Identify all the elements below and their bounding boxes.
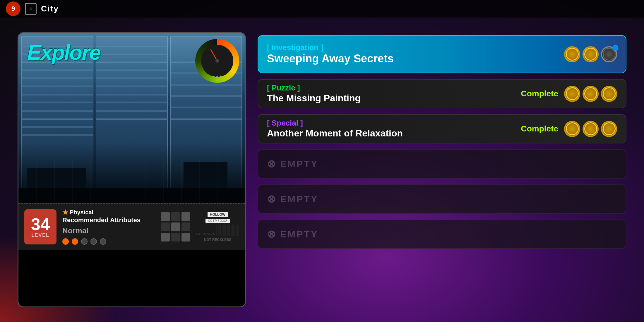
empty-label-1: EMPTY <box>280 159 318 169</box>
grid-cell-1 <box>161 212 170 221</box>
quest-text-3: [ Special ] Another Moment of Relaxation <box>267 119 521 139</box>
quest-item-puzzle[interactable]: [ Puzzle ] The Missing Painting Complete <box>258 79 626 108</box>
quest-coins-2 <box>564 86 617 102</box>
main-layout: Explore ▲▲▲ 34 LEVEL <box>0 18 644 322</box>
gauge: ▲▲▲ <box>195 39 239 83</box>
dot-5 <box>100 238 106 245</box>
empty-label-2: EMPTY <box>280 194 318 205</box>
grid-cell-9 <box>181 233 190 242</box>
quest-text-1: [ Investigation ] Sweeping Away Secrets <box>267 43 564 66</box>
complete-badge-special: Complete <box>521 124 558 133</box>
quest-name-investigation: Sweeping Away Secrets <box>267 52 564 66</box>
coin-3c <box>601 121 617 137</box>
dot-1 <box>62 238 69 245</box>
explore-image: Explore ▲▲▲ <box>18 33 245 203</box>
coin-3b <box>583 121 599 137</box>
level-text: LEVEL <box>31 233 49 238</box>
grid-cell-4 <box>161 222 170 231</box>
quest-coins-1 <box>564 46 617 62</box>
card-info: ★ Physical Recommended Attributes Normal <box>62 209 155 245</box>
empty-x-1: ⊗ <box>267 158 276 170</box>
be-brave: BE BRAVE <box>196 232 215 236</box>
grid-icon <box>161 212 190 242</box>
nav-dot <box>612 45 618 51</box>
top-bar: 9 ≡ City <box>0 0 644 18</box>
quest-tag-investigation: [ Investigation ] <box>267 43 323 52</box>
gauge-outer: ▲▲▲ <box>195 39 239 83</box>
coin-2c <box>601 86 617 102</box>
barcode-area: HOLLOW XX-1746-XX38 BE BRAVE <box>196 212 239 242</box>
empty-x-3: ⊗ <box>267 228 276 240</box>
level-number: 34 <box>31 216 50 233</box>
quest-coins-3 <box>564 121 617 137</box>
explore-card[interactable]: Explore ▲▲▲ 34 LEVEL <box>18 32 246 307</box>
gauge-inner: ▲▲▲ <box>201 45 233 77</box>
quest-tag-special: [ Special ] <box>267 119 303 127</box>
quest-list: [ Investigation ] Sweeping Away Secrets … <box>258 32 626 307</box>
gauge-center-dot <box>215 59 219 63</box>
back-icon[interactable]: 9 <box>6 1 20 16</box>
grid-cell-3 <box>181 212 190 221</box>
not-reckless: NOT RECKLESS <box>204 238 231 242</box>
barcode <box>216 225 239 236</box>
card-bottom: 34 LEVEL ★ Physical Recommended Attribut… <box>18 203 245 250</box>
gauge-label: ▲▲▲ <box>213 74 222 78</box>
quest-tag-puzzle: [ Puzzle ] <box>267 83 300 92</box>
empty-x-2: ⊗ <box>267 193 276 205</box>
difficulty-text: Normal <box>62 226 155 235</box>
coin-3a <box>564 121 580 137</box>
grid-cell-2 <box>171 212 180 221</box>
hollow-tag: HOLLOW <box>208 212 228 217</box>
dot-2 <box>72 238 78 245</box>
explore-title: Explore <box>27 40 100 64</box>
complete-badge-puzzle: Complete <box>521 89 558 98</box>
physical-label: Physical <box>70 209 93 216</box>
empty-label-3: EMPTY <box>280 229 318 240</box>
city-label: City <box>41 4 59 13</box>
level-box: 34 LEVEL <box>24 209 56 244</box>
dots-row <box>62 238 155 245</box>
quest-item-empty-1[interactable]: ⊗ EMPTY <box>258 149 626 179</box>
grid-cell-8 <box>171 233 180 242</box>
grid-cell-5 <box>171 222 180 231</box>
coin-1a <box>564 46 580 62</box>
quest-item-empty-2[interactable]: ⊗ EMPTY <box>258 184 626 214</box>
grid-cell-7 <box>161 233 170 242</box>
menu-icon[interactable]: ≡ <box>25 3 37 15</box>
recommended-attr: Recommended Attributes <box>62 216 155 224</box>
coin-1b <box>583 46 599 62</box>
star-icon: ★ <box>62 209 68 216</box>
grid-cell-6 <box>181 222 190 231</box>
coin-2b <box>583 86 599 102</box>
quest-name-puzzle: The Missing Painting <box>267 93 521 104</box>
coin-1c <box>601 46 617 62</box>
serial-tag: XX-1746-XX38 <box>205 219 230 223</box>
physical-badge: ★ Physical <box>62 209 155 216</box>
quest-name-special: Another Moment of Relaxation <box>267 128 521 139</box>
dot-4 <box>90 238 97 245</box>
quest-text-2: [ Puzzle ] The Missing Painting <box>267 83 521 104</box>
quest-item-empty-3[interactable]: ⊗ EMPTY <box>258 220 626 249</box>
quest-item-special[interactable]: [ Special ] Another Moment of Relaxation… <box>258 114 626 143</box>
coin-2a <box>564 86 580 102</box>
dot-3 <box>81 238 88 245</box>
quest-item-investigation[interactable]: [ Investigation ] Sweeping Away Secrets <box>258 35 626 73</box>
